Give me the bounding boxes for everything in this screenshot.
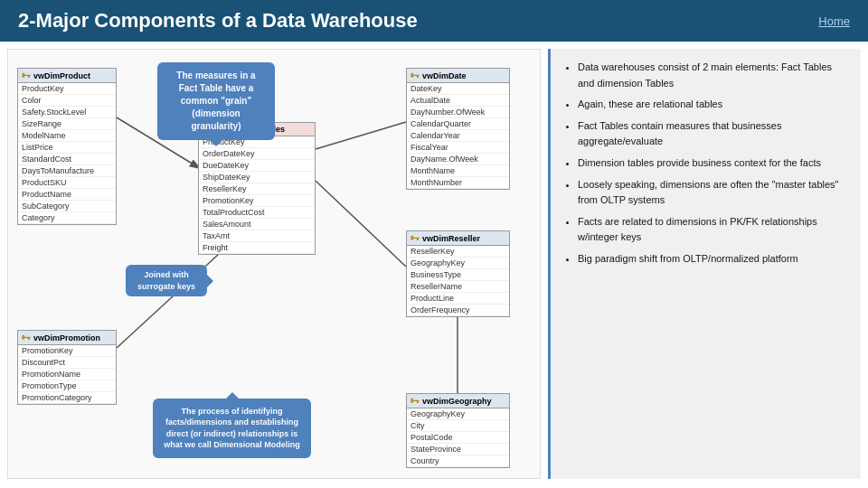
svg-line-2: [316, 181, 406, 267]
diagram-area: 🗝vwDimProduct ProductKey Color Safety.St…: [7, 49, 541, 479]
table-product: 🗝vwDimProduct ProductKey Color Safety.St…: [17, 68, 117, 225]
bullet-item: Data warehouses consist of 2 main elemen…: [578, 60, 848, 91]
page-title: 2-Major Components of a Data Warehouse: [18, 9, 418, 33]
table-date: 🗝vwDimDate DateKey ActualDate DayNumber.…: [406, 68, 510, 190]
table-reseller: 🗝vwDimReseller ResellerKey GeographyKey …: [406, 230, 510, 317]
bullets-panel: Data warehouses consist of 2 main elemen…: [548, 49, 861, 479]
bullet-item: Facts are related to dimensions in PK/FK…: [578, 214, 848, 246]
bullet-item: Dimension tables provide business contex…: [578, 155, 848, 172]
svg-line-1: [316, 122, 406, 149]
main-content: 🗝vwDimProduct ProductKey Color Safety.St…: [0, 42, 868, 486]
bullet-item: Again, these are relational tables: [578, 97, 848, 113]
callout-grain: The measures in a Fact Table have a comm…: [157, 62, 275, 140]
callout-joined: Joined with surrogate keys: [126, 265, 207, 296]
bullet-item: Big paradigm shift from OLTP/normalized …: [578, 251, 848, 267]
page-header: 2-Major Components of a Data Warehouse H…: [0, 0, 868, 42]
bullet-item: Loosely speaking, dimensions are often t…: [578, 177, 848, 209]
table-promotion: 🗝vwDimPromotion PromotionKey DiscountPct…: [17, 330, 117, 405]
table-geography: 🗝vwDimGeography GeographyKey City Postal…: [406, 393, 510, 468]
home-link[interactable]: Home: [818, 14, 850, 28]
callout-process: The process of identifying facts/dimensi…: [153, 399, 311, 458]
bullet-list: Data warehouses consist of 2 main elemen…: [563, 60, 848, 267]
bullet-item: Fact Tables contain measures that busine…: [578, 118, 848, 150]
